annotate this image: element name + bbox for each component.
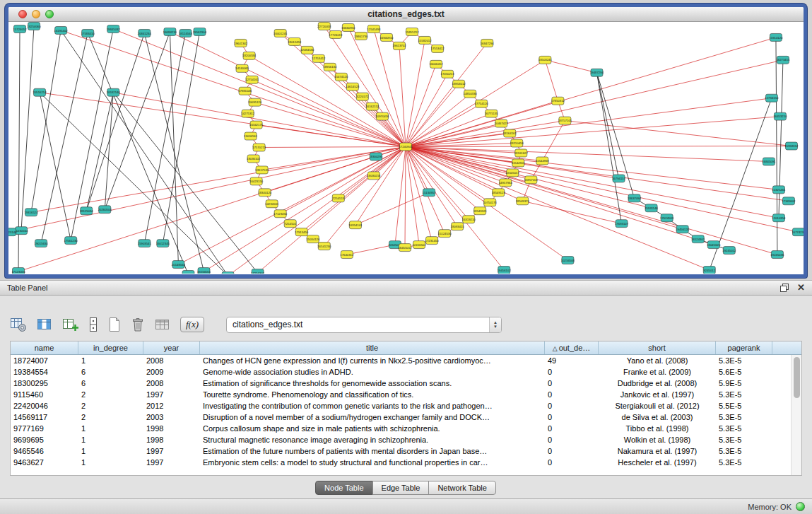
graph-node[interactable]: 19245012 (722, 247, 736, 255)
table-row[interactable]: 946554611997Estimation of the future num… (11, 445, 801, 457)
graph-node[interactable]: 17640312 (340, 251, 354, 259)
graph-edge[interactable] (105, 32, 170, 209)
graph-node[interactable]: 17913456 (295, 228, 309, 236)
graph-node[interactable]: 15474120 (334, 73, 348, 81)
graph-node[interactable]: 17123450 (273, 210, 288, 218)
graph-edge[interactable] (406, 117, 780, 147)
graph-node[interactable]: 19456102 (498, 267, 512, 274)
graph-edge[interactable] (259, 147, 406, 148)
graph-node[interactable]: 16774230 (792, 228, 804, 236)
tab-node-table[interactable]: Node Table (315, 481, 372, 495)
graph-node[interactable]: 18549123 (492, 189, 506, 197)
column-header-pagerank[interactable]: pagerank (716, 341, 772, 354)
graph-node[interactable]: 20841234 (138, 29, 152, 37)
graph-node[interactable]: 16524301 (691, 235, 705, 243)
graph-node[interactable]: 18254060 (28, 22, 42, 30)
graph-edge[interactable] (406, 37, 776, 147)
graph-node[interactable]: 15903541 (138, 240, 152, 247)
graph-edge[interactable] (31, 30, 61, 212)
combo-stepper-icon[interactable]: ▲▼ (489, 317, 501, 332)
graph-edge[interactable] (18, 29, 20, 271)
network-graph[interactable]: 1572405218254060161954021758341019845032… (8, 22, 804, 274)
graph-node[interactable]: 19234561 (197, 268, 211, 274)
graph-node[interactable]: 10325461 (772, 186, 786, 194)
graph-node[interactable]: 17583410 (81, 29, 95, 37)
scrollbar-thumb[interactable] (794, 357, 800, 398)
graph-node[interactable]: 15724052 (13, 25, 27, 33)
graph-node[interactable]: 11544969 (536, 157, 549, 165)
graph-node[interactable]: 19487294 (590, 69, 604, 76)
row-icon[interactable] (88, 317, 98, 332)
graph-node[interactable]: 16845091 (762, 158, 776, 165)
graph-node[interactable]: 16847294 (481, 39, 495, 47)
graph-node[interactable]: 19034561 (244, 132, 258, 140)
network-canvas[interactable]: 1572405218254060161954021758341019845032… (8, 22, 804, 274)
graph-node[interactable]: 18455012 (398, 244, 412, 252)
graph-edge[interactable] (113, 29, 406, 147)
graph-node[interactable]: 13917531 (255, 166, 269, 174)
show-column-icon[interactable] (36, 317, 53, 332)
graph-node[interactable]: 16957201 (524, 176, 539, 184)
table-row[interactable]: 969969511998Structural magnetic resonanc… (11, 434, 801, 445)
graph-node[interactable]: 16541230 (317, 243, 331, 250)
graph-node[interactable]: 16195402 (54, 26, 69, 34)
graph-node[interactable]: 18125034 (80, 207, 94, 215)
graph-node[interactable]: 10754173 (483, 199, 498, 206)
graph-edge[interactable] (355, 192, 429, 225)
graph-node[interactable]: 17561230 (64, 237, 78, 245)
graph-edge[interactable] (204, 147, 406, 272)
graph-node[interactable]: 18036102 (247, 155, 261, 163)
graph-edge[interactable] (545, 60, 558, 101)
graph-edge[interactable] (405, 147, 406, 248)
table-mode-icon[interactable] (10, 317, 27, 332)
graph-node[interactable]: 22084530 (300, 46, 314, 54)
graph-edge[interactable] (395, 147, 406, 245)
graph-node[interactable]: 10970456 (375, 112, 389, 120)
graph-edge[interactable] (406, 147, 777, 255)
graph-edge[interactable] (113, 93, 257, 273)
column-header-year[interactable]: year (143, 341, 200, 354)
graph-node[interactable]: 16319210 (462, 216, 476, 223)
table-row[interactable]: 911546021997Tourette syndrome. Phenomeno… (11, 389, 801, 400)
graph-node[interactable]: 17754120 (475, 100, 489, 107)
graph-node[interactable]: 9245012 (703, 267, 715, 274)
graph-edge[interactable] (406, 144, 517, 147)
graph-edge[interactable] (406, 147, 779, 218)
graph-edge[interactable] (88, 33, 188, 274)
graph-edge[interactable] (596, 73, 618, 179)
graph-node[interactable]: 17231450 (425, 237, 440, 245)
graph-edge[interactable] (406, 147, 769, 162)
graph-node[interactable]: 19015634 (35, 240, 49, 247)
graph-node[interactable]: 16660950 (341, 23, 355, 31)
graph-edge[interactable] (406, 147, 789, 201)
close-panel-icon[interactable]: ✕ (797, 284, 805, 292)
table-row[interactable]: 1872400712008Changes of HCN gene express… (11, 355, 801, 366)
delete-table-icon[interactable] (131, 317, 145, 332)
graph-node[interactable]: 15914120 (769, 33, 783, 41)
graph-node[interactable]: 14614523 (346, 83, 360, 90)
column-header-in-degree[interactable]: in_degree (78, 341, 143, 354)
graph-node[interactable]: 20561234 (221, 272, 235, 274)
graph-node[interactable]: 19861730 (354, 32, 368, 40)
graph-node[interactable]: 10234508 (561, 257, 575, 264)
graph-node[interactable]: 18200584 (242, 52, 257, 59)
graph-edge[interactable] (522, 201, 621, 223)
graph-edge[interactable] (40, 93, 406, 147)
graph-node[interactable]: 16001245 (273, 29, 288, 37)
graph-node[interactable]: 7254501 (284, 220, 296, 228)
graph-node[interactable]: 17724019 (329, 30, 343, 38)
graph-edge[interactable] (21, 26, 34, 230)
graph-node[interactable]: 17693107 (615, 220, 629, 228)
graph-edge[interactable] (399, 46, 406, 147)
graph-edge[interactable] (61, 30, 228, 274)
graph-edge[interactable] (170, 32, 178, 264)
graph-edge[interactable] (406, 147, 710, 271)
graph-edge[interactable] (40, 93, 228, 274)
graph-node[interactable]: 12734150 (765, 94, 779, 102)
new-column-icon[interactable] (62, 317, 79, 332)
graph-node[interactable]: 17850312 (551, 97, 565, 105)
graph-node[interactable]: 19245036 (770, 251, 784, 259)
graph-edge[interactable] (545, 60, 596, 73)
graph-node[interactable]: 16354101 (348, 221, 363, 229)
graph-node[interactable]: 17024563 (660, 214, 674, 222)
